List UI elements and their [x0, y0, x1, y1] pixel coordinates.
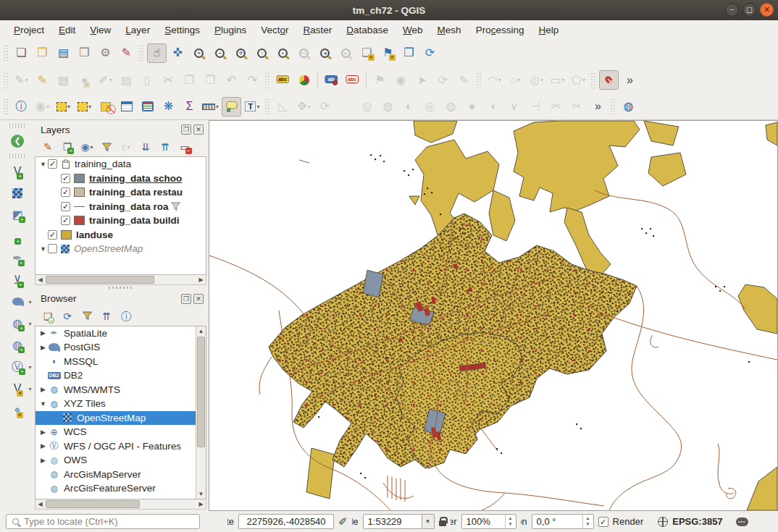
- map-canvas[interactable]: [209, 120, 778, 511]
- current-edits-button[interactable]: ✎▾: [12, 70, 31, 90]
- add-part-button[interactable]: ◍: [378, 97, 398, 117]
- show-hidden-labels-button[interactable]: ◉: [391, 70, 411, 90]
- vertex-tool-button[interactable]: ✐▾: [96, 70, 115, 90]
- add-wfs-layer-button[interactable]: Ⓥ+▾: [8, 357, 28, 376]
- offset-curve-button[interactable]: ◖: [483, 97, 503, 117]
- menu-view[interactable]: View: [83, 22, 117, 38]
- rotate-feature-button[interactable]: ⟳: [315, 97, 335, 117]
- toolbar-handle[interactable]: [611, 98, 616, 114]
- add-vector-layer-button[interactable]: V+: [8, 161, 28, 181]
- browser-panel-close-button[interactable]: ✕: [193, 294, 204, 304]
- scroll-right-arrow[interactable]: ▶: [196, 276, 206, 283]
- expander-arrow[interactable]: ▶: [38, 428, 48, 436]
- browser-vertical-scrollbar[interactable]: ▲ ▼: [196, 326, 206, 499]
- zoom-next-button[interactable]: ▸: [336, 43, 356, 63]
- scrollbar-thumb[interactable]: [46, 500, 140, 508]
- text-annotation-button[interactable]: T▾: [243, 97, 262, 117]
- browser-item-db2[interactable]: DB2DB2: [35, 368, 196, 383]
- new-gpx-layer-button[interactable]: ⌖✶: [8, 400, 28, 420]
- bookmark-manager-button[interactable]: ❒: [399, 43, 419, 63]
- zoom-native-button[interactable]: 1:1: [294, 43, 314, 63]
- dropdown-arrow[interactable]: ▾: [562, 77, 565, 83]
- messages-icon[interactable]: [736, 518, 748, 526]
- style-manager-button[interactable]: ✎: [117, 43, 136, 63]
- add-postgis-layer-button[interactable]: ▾: [8, 292, 28, 311]
- cut-features-button[interactable]: ✂: [159, 70, 178, 90]
- close-button[interactable]: ✕: [760, 3, 774, 17]
- layer-item-training-data-roa[interactable]: ✓training_data roa: [35, 200, 206, 214]
- dropdown-arrow[interactable]: ▾: [582, 77, 585, 83]
- reshape-features-button[interactable]: ●: [462, 97, 482, 117]
- locator-search-input[interactable]: Type to locate (Ctrl+K): [6, 514, 200, 529]
- statistical-summary-button[interactable]: Σ: [180, 97, 199, 117]
- delete-part-button[interactable]: ◍: [441, 97, 461, 117]
- split-parts-button[interactable]: ✂: [567, 97, 587, 117]
- add-circular-string-button[interactable]: ◠▾: [485, 70, 504, 90]
- pin-unpin-labels-button[interactable]: ⚑: [370, 70, 390, 90]
- maximize-button[interactable]: ◻: [743, 3, 756, 17]
- open-layer-styling-button[interactable]: ✎: [40, 139, 56, 155]
- filter-by-expression-button[interactable]: ε▾: [118, 139, 134, 155]
- dropdown-arrow[interactable]: ▾: [256, 104, 259, 110]
- rotation-spinbox[interactable]: 0,0 ° ▲▼: [532, 514, 594, 529]
- manage-map-themes-button[interactable]: ◉▾: [79, 139, 95, 155]
- new-shapefile-layer-button[interactable]: V✶▾: [8, 379, 28, 398]
- toolbar-handle[interactable]: [4, 45, 9, 61]
- deselect-features-button[interactable]: [96, 97, 115, 117]
- layers-panel-close-button[interactable]: ✕: [193, 124, 204, 135]
- browser-item-postgis[interactable]: ▶PostGIS: [35, 340, 196, 355]
- panel-splitter[interactable]: [35, 285, 206, 291]
- run-feature-action-button[interactable]: ◉▾: [33, 97, 52, 117]
- add-wms-layer-button[interactable]: ◍+▾: [8, 313, 28, 333]
- layer-visibility-checkbox[interactable]: ✓: [61, 202, 70, 211]
- select-features-button[interactable]: ▾: [54, 97, 73, 117]
- expander-arrow[interactable]: ▶: [38, 442, 48, 449]
- scroll-left-arrow[interactable]: ◀: [35, 501, 45, 507]
- show-bookmarks-button[interactable]: ⚑✶: [378, 43, 398, 63]
- open-project-button[interactable]: ❐: [33, 43, 52, 63]
- fill-ring-button[interactable]: ◐: [399, 97, 419, 117]
- expander-arrow[interactable]: ▼: [38, 400, 48, 408]
- dropdown-arrow[interactable]: ▾: [67, 104, 70, 110]
- menu-mesh[interactable]: Mesh: [431, 22, 468, 38]
- toolbar-handle[interactable]: [477, 72, 482, 88]
- dropdown-arrow[interactable]: ▾: [498, 77, 501, 83]
- add-raster-layer-button[interactable]: [8, 183, 28, 203]
- browser-panel-float-button[interactable]: ❐: [181, 294, 191, 304]
- add-circle-button[interactable]: ○▾: [506, 70, 525, 90]
- dropdown-arrow[interactable]: ▾: [91, 144, 93, 151]
- toolbar-handle[interactable]: [265, 98, 270, 114]
- zoom-to-layer-button[interactable]: ▫: [252, 43, 272, 63]
- menu-vector[interactable]: Vector: [254, 22, 295, 38]
- add-regular-polygon-button[interactable]: ⬠▾: [569, 70, 588, 90]
- collapse-all-button[interactable]: ⇈: [99, 308, 114, 324]
- pin-labels-button[interactable]: ab: [322, 70, 341, 90]
- pan-map-button[interactable]: ☝: [147, 43, 167, 63]
- menu-processing[interactable]: Processing: [469, 22, 531, 38]
- menu-raster[interactable]: Raster: [297, 22, 339, 38]
- browser-item-mssql[interactable]: ◗MSSQL: [35, 355, 196, 369]
- layer-visibility-checkbox[interactable]: ✓: [61, 187, 70, 197]
- measure-button[interactable]: ▾: [201, 97, 220, 117]
- browser-item-arcgismapserver[interactable]: ◍ArcGisMapServer: [35, 468, 196, 482]
- show-layout-manager-button[interactable]: ⚙: [96, 43, 115, 63]
- layers-horizontal-scrollbar[interactable]: ◀ ▶: [35, 275, 206, 285]
- zoom-in-button[interactable]: +: [189, 43, 209, 63]
- move-label-button[interactable]: ➤: [412, 70, 432, 90]
- delete-ring-button[interactable]: ◎: [420, 97, 440, 117]
- browser-item-spatialite[interactable]: ▶✒SpatiaLite: [35, 326, 196, 341]
- highlight-labels-button[interactable]: abc: [343, 70, 362, 90]
- toolbar-handle[interactable]: [9, 123, 25, 128]
- add-group-button[interactable]: ❐+: [59, 139, 75, 155]
- menu-plugins[interactable]: Plugins: [208, 22, 253, 38]
- browser-item-ows[interactable]: ▶◍OWS: [35, 453, 196, 468]
- toolbar-handle[interactable]: [591, 72, 596, 88]
- menu-settings[interactable]: Settings: [158, 22, 206, 38]
- layer-labeling-button[interactable]: abc: [273, 70, 293, 90]
- toolbar-handle[interactable]: [139, 45, 144, 61]
- enable-snapping-button[interactable]: [599, 70, 619, 90]
- scroll-down-arrow[interactable]: ▼: [198, 489, 204, 499]
- add-ring-button[interactable]: ◎: [357, 97, 377, 117]
- menu-database[interactable]: Database: [340, 22, 395, 38]
- layers-panel-float-button[interactable]: ❐: [181, 124, 191, 135]
